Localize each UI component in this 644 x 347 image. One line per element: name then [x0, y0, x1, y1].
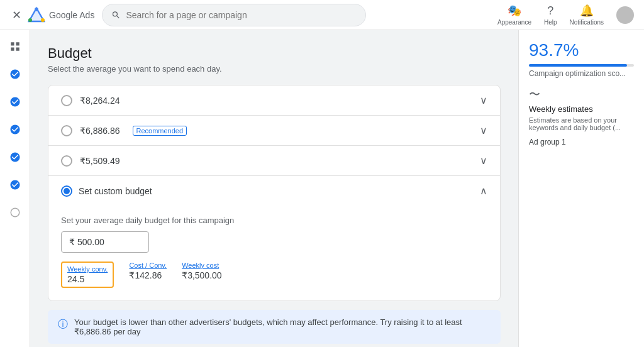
custom-budget-label: Set your average daily budget for this c… [61, 216, 487, 225]
svg-rect-5 [11, 42, 14, 45]
search-icon [111, 10, 121, 20]
radio-option-1[interactable] [61, 95, 72, 106]
stat-label-cost-conv[interactable]: Cost / Conv. [129, 262, 167, 269]
stat-cost-conv: Cost / Conv. ₹142.86 [129, 262, 167, 280]
avatar[interactable] [616, 6, 634, 24]
svg-rect-8 [16, 48, 19, 51]
stat-value-weekly-cost: ₹3,500.00 [182, 270, 222, 280]
budget-option-2-left: ₹6,886.86 Recommended [61, 125, 187, 136]
budget-option-2[interactable]: ₹6,886.86 Recommended ∨ [48, 116, 500, 146]
svg-point-2 [28, 18, 32, 22]
score-bar-track [529, 64, 634, 67]
help-button[interactable]: ? Help [544, 4, 557, 26]
stat-value-weekly-conv: 24.5 [67, 274, 108, 284]
sidebar-item-check4[interactable] [4, 146, 26, 168]
custom-budget-header-row[interactable]: Set custom budget ∧ [48, 176, 500, 206]
sidebar-item-check3[interactable] [4, 118, 26, 141]
search-bar[interactable] [102, 4, 366, 26]
topbar-right: 🎭 Appearance ? Help 🔔 Notifications [497, 4, 634, 26]
google-ads-logo-icon [28, 6, 45, 24]
google-ads-logo: Google Ads [28, 6, 94, 24]
budget-option-1[interactable]: ₹8,264.24 ∨ [48, 85, 500, 116]
budget-option-3-left: ₹5,509.49 [61, 155, 120, 167]
ad-group-label: Ad group 1 [529, 138, 634, 146]
svg-point-4 [35, 8, 38, 11]
budget-card: ₹8,264.24 ∨ ₹6,886.86 Recommended ∨ ₹5,5… [48, 85, 501, 301]
stats-row: Weekly conv. 24.5 Cost / Conv. ₹142.86 W… [61, 262, 487, 288]
sidebar [0, 30, 30, 347]
budget-option-1-left: ₹8,264.24 [61, 95, 120, 106]
score-bar-fill [529, 64, 627, 67]
sidebar-item-circle[interactable] [4, 201, 26, 224]
topbar: ✕ Google Ads 🎭 Appearance ? Help [0, 0, 644, 30]
appearance-icon: 🎭 [508, 4, 521, 18]
trend-icon: 〜 [529, 87, 634, 102]
appearance-button[interactable]: 🎭 Appearance [497, 4, 531, 26]
radio-custom-budget[interactable] [61, 185, 72, 197]
stat-weekly-cost: Weekly cost ₹3,500.00 [182, 262, 222, 280]
chevron-down-icon-2: ∨ [480, 124, 487, 136]
score-label: Campaign optimization sco... [529, 69, 634, 78]
svg-point-9 [11, 208, 19, 217]
content-area: Budget Select the average you want to sp… [30, 30, 518, 347]
page-title: Budget [48, 45, 501, 62]
budget-amount-3: ₹5,509.49 [80, 156, 120, 166]
right-panel: 93.7% Campaign optimization sco... 〜 Wee… [518, 30, 644, 347]
custom-budget-option: Set custom budget ∧ Set your average dai… [48, 176, 500, 300]
stat-label-weekly-conv[interactable]: Weekly conv. [67, 265, 108, 273]
sidebar-item-check2[interactable] [4, 91, 26, 113]
stat-label-weekly-cost[interactable]: Weekly cost [182, 262, 222, 269]
radio-option-3[interactable] [61, 155, 72, 167]
chevron-down-icon-1: ∨ [480, 94, 487, 106]
recommended-badge: Recommended [133, 126, 187, 136]
main-layout: Budget Select the average you want to sp… [0, 30, 644, 347]
topbar-left: ✕ Google Ads [10, 6, 94, 24]
sidebar-item-grid[interactable] [4, 35, 26, 58]
score-percentage: 93.7% [529, 40, 634, 60]
svg-rect-6 [16, 42, 19, 45]
custom-budget-section: Set your average daily budget for this c… [48, 206, 500, 300]
svg-point-3 [41, 18, 45, 22]
logo-text: Google Ads [49, 10, 94, 20]
chevron-down-icon-3: ∨ [480, 155, 487, 167]
stat-weekly-conv: Weekly conv. 24.5 [61, 262, 114, 288]
budget-amount-2: ₹6,886.86 [80, 126, 120, 136]
info-banner-text: Your budget is lower than other advertis… [74, 317, 491, 336]
budget-input[interactable] [61, 231, 149, 253]
info-banner: ⓘ Your budget is lower than other advert… [48, 310, 501, 344]
help-icon: ? [547, 4, 553, 18]
budget-amount-1: ₹8,264.24 [80, 96, 120, 106]
custom-budget-title: Set custom budget [79, 186, 152, 196]
radio-option-2[interactable] [61, 125, 72, 136]
weekly-estimates-desc: Estimates are based on your keywords and… [529, 116, 634, 131]
svg-rect-7 [11, 48, 14, 51]
bell-icon: 🔔 [580, 4, 594, 18]
chevron-up-icon: ∧ [480, 185, 487, 197]
sidebar-item-check1[interactable] [4, 63, 26, 85]
weekly-estimates-title: Weekly estimates [529, 104, 634, 114]
sidebar-item-check5[interactable] [4, 174, 26, 196]
search-input[interactable] [126, 10, 357, 20]
info-icon: ⓘ [58, 318, 68, 331]
close-button[interactable]: ✕ [10, 9, 23, 21]
budget-option-3[interactable]: ₹5,509.49 ∨ [48, 146, 500, 176]
notifications-button[interactable]: 🔔 Notifications [570, 4, 604, 26]
stat-value-cost-conv: ₹142.86 [129, 270, 167, 280]
page-subtitle: Select the average you want to spend eac… [48, 64, 501, 74]
